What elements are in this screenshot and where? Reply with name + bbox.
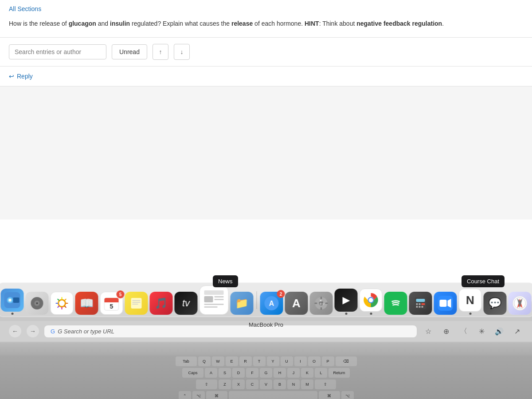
tv-icon: tv <box>175 292 198 315</box>
key-shift-right[interactable]: ⇧ <box>315 379 336 389</box>
key-alt[interactable]: ⌥ <box>192 391 205 399</box>
key-u[interactable]: U <box>281 356 293 366</box>
dock-item-finder[interactable] <box>1 289 24 315</box>
safari-icon <box>509 292 532 315</box>
dock-item-coursechat[interactable]: 💬 <box>484 292 507 315</box>
sort-up-button[interactable]: ↑ <box>153 44 168 60</box>
svg-rect-49 <box>416 303 418 305</box>
svg-rect-30 <box>204 304 224 305</box>
key-v[interactable]: V <box>260 379 272 389</box>
key-ctrl[interactable]: ⌃ <box>179 391 191 399</box>
zoom-icon <box>434 292 457 315</box>
url-input[interactable]: G G Search or type URL <box>44 325 417 337</box>
key-m[interactable]: M <box>301 379 313 389</box>
key-w[interactable]: W <box>212 356 224 366</box>
dock-item-music[interactable]: 🎵 <box>150 292 173 315</box>
keyboard: Tab Q W E R T Y U I O P ⌫ Caps A S D F G… <box>0 342 532 399</box>
key-delete[interactable]: ⌫ <box>336 356 357 366</box>
back-button[interactable]: ← <box>9 325 21 337</box>
keyboard-row-1: Tab Q W E R T Y U I O P ⌫ <box>0 356 532 367</box>
volume-button[interactable]: 🔊 <box>493 325 505 337</box>
dock-item-photos[interactable] <box>51 292 74 315</box>
key-b[interactable]: B <box>274 379 286 389</box>
key-h[interactable]: H <box>274 368 286 378</box>
key-p[interactable]: P <box>322 356 334 366</box>
key-return[interactable]: Return <box>329 368 350 378</box>
key-t[interactable]: T <box>253 356 266 366</box>
key-caps[interactable]: Caps <box>182 368 203 378</box>
dock-item-sysprefs[interactable]: + ÷ × <box>310 292 333 315</box>
dock-item-appstore[interactable]: A 2 <box>260 292 283 315</box>
svg-rect-51 <box>422 303 425 305</box>
all-sections-link[interactable]: All Sections <box>0 0 532 15</box>
course-chat-tooltip: Course Chat <box>462 275 505 287</box>
svg-text:×: × <box>320 298 322 303</box>
more-button[interactable]: ↗ <box>511 325 523 337</box>
sort-down-button[interactable]: ↓ <box>174 44 190 60</box>
svg-rect-50 <box>419 303 421 305</box>
browser-content: All Sections How is the release of gluca… <box>0 0 532 301</box>
dock-item-safari[interactable] <box>509 292 532 315</box>
reply-bar: ↩ Reply <box>0 66 532 86</box>
add-tab-button[interactable]: ⊕ <box>440 325 452 337</box>
music-icon: 🎵 <box>150 292 173 315</box>
svg-rect-56 <box>440 300 447 307</box>
key-space[interactable] <box>229 391 317 399</box>
reply-button[interactable]: ↩ Reply <box>9 73 33 80</box>
key-s[interactable]: S <box>219 368 231 378</box>
back-chevron-button[interactable]: 〈 <box>458 325 470 337</box>
key-y[interactable]: Y <box>267 356 279 366</box>
key-g[interactable]: G <box>260 368 272 378</box>
quicktime-dot <box>345 313 347 315</box>
appstore-icon: A 2 <box>260 292 283 315</box>
key-tab[interactable]: Tab <box>176 356 197 366</box>
unread-button[interactable]: Unread <box>112 44 147 59</box>
key-i[interactable]: I <box>294 356 307 366</box>
key-e[interactable]: E <box>226 356 238 366</box>
key-cmd-right[interactable]: ⌘ <box>319 391 340 399</box>
key-c[interactable]: C <box>246 379 258 389</box>
dock-item-chrome[interactable] <box>360 289 383 315</box>
key-z[interactable]: Z <box>219 379 231 389</box>
key-x[interactable]: X <box>232 379 245 389</box>
key-d[interactable]: D <box>232 368 245 378</box>
dock-item-calendar[interactable]: 5 5 <box>100 292 123 315</box>
notes-icon <box>125 292 148 315</box>
key-k[interactable]: K <box>301 368 313 378</box>
dock-item-quicktime[interactable]: ▶ <box>335 289 358 315</box>
key-r[interactable]: R <box>239 356 252 366</box>
search-input[interactable] <box>9 44 106 59</box>
forward-button[interactable]: → <box>27 325 39 337</box>
key-q[interactable]: Q <box>198 356 211 366</box>
dock-item-books[interactable]: 📖 <box>75 292 98 315</box>
dock-item-spotify[interactable] <box>384 292 407 315</box>
bookmark-button[interactable]: ☆ <box>422 325 434 337</box>
svg-text:A: A <box>269 300 274 307</box>
key-f[interactable]: F <box>246 368 258 378</box>
key-l[interactable]: L <box>315 368 327 378</box>
quicktime-icon: ▶ <box>335 289 358 312</box>
key-n[interactable]: N <box>287 379 300 389</box>
fontbook-icon: A <box>285 292 308 315</box>
key-cmd-left[interactable]: ⌘ <box>206 391 227 399</box>
settings-button[interactable]: ✳ <box>475 325 488 337</box>
dock-item-fontbook[interactable]: A <box>285 292 308 315</box>
svg-rect-29 <box>215 299 224 300</box>
svg-rect-14 <box>57 305 60 308</box>
key-o[interactable]: O <box>308 356 321 366</box>
svg-rect-38 <box>315 303 317 304</box>
question-text: How is the release of glucagon and insul… <box>0 15 532 38</box>
dock-item-news[interactable] <box>200 286 229 315</box>
key-a[interactable]: A <box>205 368 217 378</box>
dock-item-zoom[interactable] <box>434 292 457 315</box>
dock-item-notion[interactable]: N <box>459 289 482 315</box>
dock-item-calculator[interactable] <box>409 292 432 315</box>
dock-item-files[interactable]: 📁 <box>231 292 254 315</box>
dock-item-notes[interactable] <box>125 292 148 315</box>
sysprefs-icon: + ÷ × <box>310 292 333 315</box>
dock-item-launchpad[interactable] <box>26 292 49 315</box>
key-alt-right[interactable]: ⌥ <box>341 391 354 399</box>
key-j[interactable]: J <box>287 368 300 378</box>
key-shift-left[interactable]: ⇧ <box>196 379 217 389</box>
dock-item-tv[interactable]: tv <box>175 292 198 315</box>
